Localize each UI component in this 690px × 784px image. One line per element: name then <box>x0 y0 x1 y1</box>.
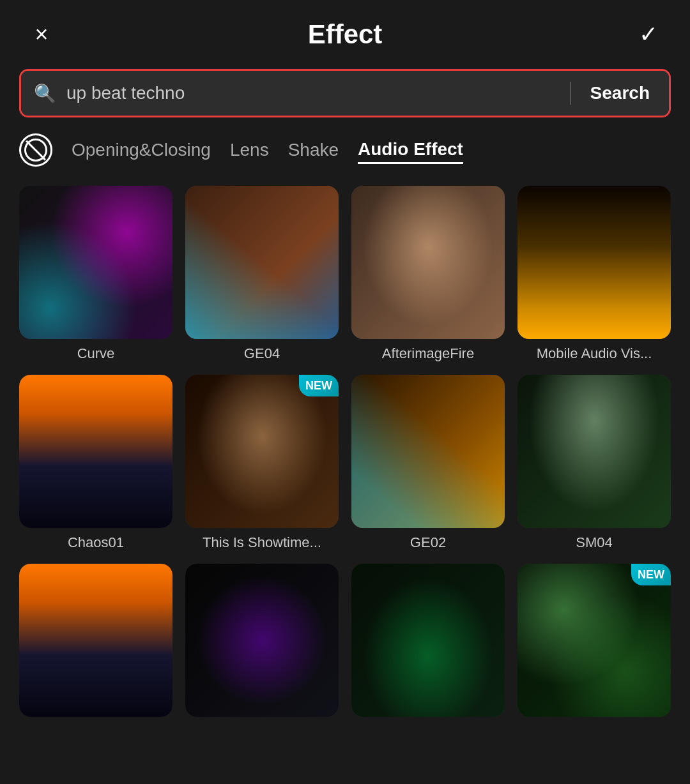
filter-none-button[interactable] <box>19 133 52 167</box>
thumb-bg-glow2 <box>351 564 505 717</box>
effect-item-curve[interactable]: Curve <box>19 186 172 362</box>
search-button[interactable]: Search <box>584 83 656 103</box>
thumb-bg-neon2 <box>185 564 339 717</box>
thumb-bg-curve <box>19 186 172 339</box>
effect-thumb-ge02 <box>351 375 505 528</box>
badge-new-showtime: NEW <box>299 375 339 396</box>
search-icon: 🔍 <box>34 83 56 104</box>
badge-new-avocado: NEW <box>631 564 671 585</box>
effect-item-afterimage[interactable]: AfterimageFire <box>351 186 505 362</box>
effect-label-afterimage: AfterimageFire <box>382 345 474 362</box>
effect-item-sunset2[interactable] <box>19 564 172 723</box>
effect-label-ge02: GE02 <box>410 534 446 551</box>
effect-label-ge04: GE04 <box>244 345 280 362</box>
page-title: Effect <box>308 19 383 50</box>
confirm-button[interactable]: ✓ <box>632 21 664 48</box>
thumb-bg-sm04 <box>518 375 671 528</box>
filter-tabs: Opening&Closing Lens Shake Audio Effect <box>0 133 690 186</box>
thumb-bg-afterimage <box>351 186 505 339</box>
effect-label-sm04: SM04 <box>576 534 612 551</box>
effect-item-ge04[interactable]: GE04 <box>185 186 339 362</box>
effect-label-chaos01: Chaos01 <box>68 534 124 551</box>
filter-tab-shake[interactable]: Shake <box>288 137 339 163</box>
effect-label-mobile: Mobile Audio Vis... <box>537 345 652 362</box>
thumb-bg-ge02 <box>351 375 505 528</box>
effect-label-showtime: This Is Showtime... <box>203 534 321 551</box>
effect-thumb-sm04 <box>518 375 671 528</box>
filter-tab-audio[interactable]: Audio Effect <box>358 137 463 164</box>
header: × Effect ✓ <box>0 0 690 63</box>
no-filter-icon <box>24 139 47 162</box>
filter-tab-lens[interactable]: Lens <box>230 137 269 163</box>
effect-item-glow2[interactable] <box>351 564 505 723</box>
effect-thumb-sunset2 <box>19 564 172 717</box>
effect-thumb-afterimage <box>351 186 505 339</box>
effect-item-ge02[interactable]: GE02 <box>351 375 505 551</box>
thumb-bg-chaos01 <box>19 375 172 528</box>
thumb-bg-showtime <box>185 375 339 528</box>
thumb-bg-sunset2 <box>19 564 172 717</box>
effects-grid: Curve GE04 AfterimageFire Mobile Audio V… <box>0 186 690 743</box>
effect-thumb-curve <box>19 186 172 339</box>
close-button[interactable]: × <box>26 21 57 48</box>
search-input[interactable] <box>66 83 570 103</box>
filter-tab-opening[interactable]: Opening&Closing <box>72 137 211 163</box>
thumb-bg-mobile <box>518 186 671 339</box>
effect-thumb-ge04 <box>185 186 339 339</box>
thumb-bg-ge04 <box>185 186 339 339</box>
thumb-bg-avocado <box>518 564 671 717</box>
search-divider <box>570 82 571 105</box>
effect-thumb-mobile <box>518 186 671 339</box>
effect-thumb-avocado: NEW <box>518 564 671 717</box>
search-container: 🔍 Search <box>19 69 671 117</box>
effect-item-showtime[interactable]: NEW This Is Showtime... <box>185 375 339 551</box>
effect-item-sm04[interactable]: SM04 <box>518 375 671 551</box>
effect-item-mobile[interactable]: Mobile Audio Vis... <box>518 186 671 362</box>
effect-thumb-glow2 <box>351 564 505 717</box>
effect-thumb-chaos01 <box>19 375 172 528</box>
effect-item-chaos01[interactable]: Chaos01 <box>19 375 172 551</box>
effect-thumb-showtime: NEW <box>185 375 339 528</box>
search-inner: 🔍 Search <box>21 71 669 116</box>
effect-item-neon2[interactable] <box>185 564 339 723</box>
effect-item-avocado[interactable]: NEW <box>518 564 671 723</box>
effect-label-curve: Curve <box>77 345 115 362</box>
effect-thumb-neon2 <box>185 564 339 717</box>
